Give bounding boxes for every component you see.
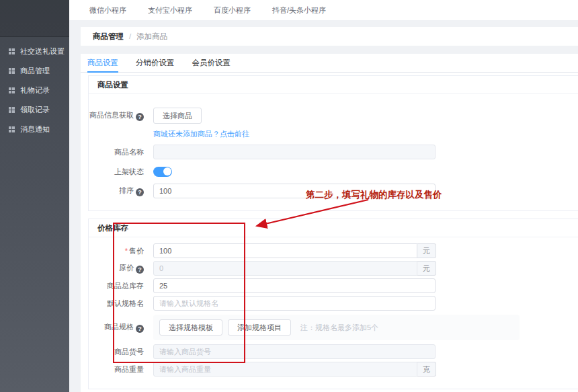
shelf-status-toggle[interactable] xyxy=(153,167,172,177)
add-spec-item-button[interactable]: 添加规格项目 xyxy=(228,319,291,336)
grid-icon xyxy=(9,48,15,54)
field-label: 商品规格 xyxy=(104,323,134,331)
field-label: 商品名称 xyxy=(89,147,153,157)
field-product-weight: 商品重量 克 xyxy=(89,362,578,377)
product-weight-input xyxy=(153,362,417,377)
sidebar-item-product-management[interactable]: 商品管理 xyxy=(0,61,69,81)
select-product-button[interactable]: 选择商品 xyxy=(153,108,202,124)
top-nav: 微信小程序 支付宝小程序 百度小程序 抖音/头条小程序 xyxy=(69,0,578,20)
sidebar-item-gift-settings[interactable]: 社交送礼设置 xyxy=(0,42,69,61)
total-stock-input[interactable] xyxy=(153,278,436,293)
field-label: 商品重量 xyxy=(89,364,153,375)
breadcrumb-page: 添加商品 xyxy=(136,32,167,42)
breadcrumb-root[interactable]: 商品管理 xyxy=(93,32,124,42)
sidebar-header xyxy=(0,0,69,37)
sidebar-item-label: 商品管理 xyxy=(20,66,50,76)
field-label: 售价 xyxy=(129,247,144,255)
grid-icon xyxy=(9,87,15,93)
card-product-settings: 商品设置 商品信息获取? 选择商品 商城还未添加商品？点击前往 商品名称 上架状… xyxy=(88,75,578,211)
field-label: 排序 xyxy=(119,186,134,194)
product-code-input xyxy=(153,344,436,359)
topnav-wechat-miniapp[interactable]: 微信小程序 xyxy=(89,5,126,15)
original-price-input xyxy=(153,261,417,276)
sidebar-item-message-notice[interactable]: 消息通知 xyxy=(0,120,69,139)
topnav-baidu-miniapp[interactable]: 百度小程序 xyxy=(214,5,251,15)
grid-icon xyxy=(9,68,15,74)
field-label: 原价 xyxy=(119,264,134,272)
field-product-code: 商品货号 xyxy=(89,344,578,359)
field-original-price: 原价? 元 xyxy=(89,261,578,276)
sidebar-menu: 社交送礼设置 商品管理 礼物记录 领取记录 消息通知 xyxy=(0,37,69,139)
grid-icon xyxy=(9,107,15,113)
unit-yuan: 元 xyxy=(417,243,436,258)
grid-icon xyxy=(9,126,15,132)
field-total-stock: 商品总库存 xyxy=(89,278,578,293)
field-sale-price: *售价 元 xyxy=(89,243,578,258)
default-spec-name-input[interactable] xyxy=(153,296,436,311)
field-shelf-status: 上架状态 xyxy=(89,164,578,179)
card-price-stock: 价格库存 *售价 元 原价? 元 商 xyxy=(88,219,578,389)
tab-member-price[interactable]: 会员价设置 xyxy=(192,54,231,73)
tab-product-settings[interactable]: 商品设置 xyxy=(87,54,118,73)
field-product-info-fetch: 商品信息获取? 选择商品 xyxy=(89,108,578,124)
field-default-spec-name: 默认规格名 xyxy=(89,296,578,311)
field-label: 商品信息获取 xyxy=(89,111,134,119)
field-product-spec: 商品规格? 选择规格模板 添加规格项目 注：规格名最多添加5个 xyxy=(89,315,578,340)
spec-note: 注：规格名最多添加5个 xyxy=(300,323,378,333)
tab-bar: 商品设置 分销价设置 会员价设置 xyxy=(81,54,578,73)
sidebar-item-label: 领取记录 xyxy=(20,105,50,115)
card-title: 价格库存 xyxy=(89,219,578,237)
field-label: 商品总库存 xyxy=(89,281,153,291)
sidebar-item-label: 消息通知 xyxy=(20,124,50,134)
sidebar-item-claim-records[interactable]: 领取记录 xyxy=(0,100,69,120)
no-product-link[interactable]: 商城还未添加商品？点击前往 xyxy=(153,129,578,139)
sidebar-item-label: 礼物记录 xyxy=(20,85,50,95)
unit-yuan: 元 xyxy=(417,261,436,276)
topnav-douyin-miniapp[interactable]: 抖音/头条小程序 xyxy=(272,5,326,15)
sort-input[interactable] xyxy=(153,184,436,198)
spec-panel: 选择规格模板 添加规格项目 注：规格名最多添加5个 xyxy=(153,315,520,340)
field-label: 商品货号 xyxy=(89,347,153,357)
sale-price-input[interactable] xyxy=(153,243,417,258)
sidebar-item-label: 社交送礼设置 xyxy=(20,46,65,56)
tab-distribution-price[interactable]: 分销价设置 xyxy=(136,54,175,73)
required-asterisk: * xyxy=(125,247,128,255)
field-sort: 排序? xyxy=(89,184,578,198)
sidebar: 社交送礼设置 商品管理 礼物记录 领取记录 消息通知 xyxy=(0,0,69,392)
sidebar-item-gift-records[interactable]: 礼物记录 xyxy=(0,81,69,100)
field-label: 上架状态 xyxy=(89,167,153,177)
info-icon[interactable]: ? xyxy=(136,325,144,333)
unit-gram: 克 xyxy=(417,362,436,377)
info-icon[interactable]: ? xyxy=(136,188,144,196)
topnav-alipay-miniapp[interactable]: 支付宝小程序 xyxy=(148,5,192,15)
field-label: 默认规格名 xyxy=(89,299,153,309)
info-icon[interactable]: ? xyxy=(136,266,144,274)
field-product-name: 商品名称 xyxy=(89,145,578,159)
card-title: 商品设置 xyxy=(89,76,578,94)
breadcrumb-separator: / xyxy=(129,32,131,40)
main-content: 商品设置 分销价设置 会员价设置 商品设置 商品信息获取? 选择商品 商城还未添… xyxy=(81,54,578,392)
breadcrumb: 商品管理 / 添加商品 xyxy=(81,27,578,46)
select-spec-template-button[interactable]: 选择规格模板 xyxy=(159,319,222,336)
info-icon[interactable]: ? xyxy=(136,113,144,121)
product-name-input xyxy=(153,145,436,159)
